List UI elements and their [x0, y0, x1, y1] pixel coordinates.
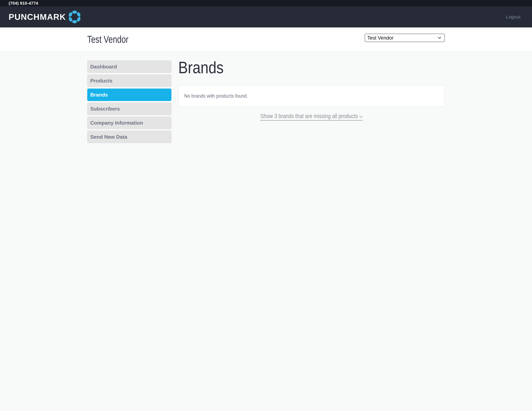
sidebar-item-company-information[interactable]: Company Information — [87, 117, 171, 129]
navbar: PUNCHMARK Logout — [0, 6, 532, 27]
sidebar-item-brands[interactable]: Brands — [87, 89, 171, 101]
sidebar-item-dashboard[interactable]: Dashboard — [87, 60, 171, 73]
logout-link[interactable]: Logout — [506, 14, 521, 20]
vendor-select[interactable]: Test Vendor — [365, 34, 445, 42]
page-title: Test Vendor — [87, 34, 140, 44]
sidebar-nav: Dashboard Products Brands Subscribers Co… — [87, 51, 171, 145]
page-header: Test Vendor Test Vendor — [0, 27, 532, 51]
vendor-select-wrap: Test Vendor — [365, 34, 445, 42]
sidebar-item-send-new-data[interactable]: Send New Data — [87, 131, 171, 143]
show-missing-brands-label: Show 3 brands that are missing all produ… — [260, 113, 358, 119]
empty-state-card: No brands with products found. — [178, 85, 445, 107]
punchmark-dots-hexagon-icon — [69, 10, 80, 23]
top-utility-bar: (704) 910-4774 — [0, 0, 532, 6]
empty-state-message: No brands with products found. — [184, 93, 248, 99]
content-area: Dashboard Products Brands Subscribers Co… — [87, 51, 445, 145]
missing-brands-link-row: Show 3 brands that are missing all produ… — [178, 113, 445, 121]
sidebar-item-products[interactable]: Products — [87, 74, 171, 87]
show-missing-brands-link[interactable]: Show 3 brands that are missing all produ… — [260, 113, 363, 121]
phone-number: (704) 910-4774 — [9, 1, 38, 6]
main-panel: Brands No brands with products found. Sh… — [178, 51, 445, 145]
brand-wordmark: PUNCHMARK — [9, 12, 66, 22]
chevron-down-icon — [359, 113, 363, 119]
sidebar-item-subscribers[interactable]: Subscribers — [87, 103, 171, 115]
brands-heading: Brands — [178, 59, 445, 76]
punchmark-logo[interactable]: PUNCHMARK — [9, 10, 80, 23]
